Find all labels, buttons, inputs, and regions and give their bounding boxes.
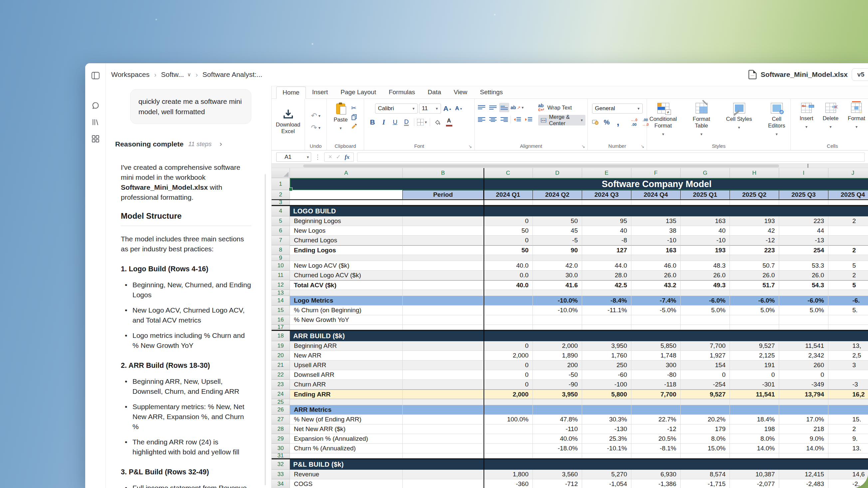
align-bottom-button[interactable] [499,103,509,112]
cell[interactable] [533,290,582,296]
cell[interactable] [290,290,403,296]
number-format-select[interactable]: General▾ [592,103,643,114]
cell[interactable] [484,444,533,453]
cell[interactable] [403,226,484,236]
cell[interactable]: Beginning ARR [290,341,403,351]
cell[interactable]: -90 [533,380,582,390]
cell[interactable]: 18.4% [730,415,779,424]
cell[interactable]: 0 [779,370,828,380]
align-center-button[interactable] [488,115,498,124]
cell[interactable]: 5.0% [779,306,828,315]
cell[interactable]: 9,527 [681,390,730,399]
cell[interactable] [403,306,484,315]
cell[interactable] [582,325,631,330]
row-header[interactable]: 2 [272,190,290,200]
row-header[interactable]: 27 [272,415,290,424]
tab-insert[interactable]: Insert [306,86,335,98]
cell[interactable] [681,453,730,458]
cell[interactable]: -10 [631,236,681,245]
cell[interactable]: 300 [631,361,681,370]
cell[interactable]: 2024 Q4 [631,190,681,200]
cell[interactable]: 1,760 [582,351,631,361]
cell[interactable]: 50.7 [730,261,779,271]
cell[interactable]: 2 [828,424,868,434]
library-icon[interactable] [90,117,101,128]
cell[interactable]: 0 [484,216,533,226]
cell[interactable]: 5 [828,261,868,271]
title-merged-cell[interactable]: Software Company Model [290,178,868,190]
expand-chevron-icon[interactable]: › [220,140,222,149]
cell[interactable]: New Logo ACV ($k) [290,261,403,271]
cell[interactable]: Churned Logos [290,236,403,245]
download-excel-button[interactable]: Download Excel [274,109,303,134]
cell[interactable]: -360 [484,479,533,488]
cell[interactable]: 8.0% [681,434,730,444]
cell[interactable] [484,453,533,458]
cell[interactable]: 198 [730,424,779,434]
cell[interactable]: 254 [779,245,828,255]
redo-icon[interactable]: ↷ [311,123,317,132]
cell[interactable]: 50 [533,216,582,226]
cell[interactable]: 6,930 [631,470,681,479]
cell[interactable]: -5.0% [631,306,681,315]
cell[interactable]: Churned Logo ACV ($k) [290,271,403,280]
cell[interactable] [484,200,533,205]
cell[interactable]: -8.1% [631,444,681,453]
cell[interactable] [403,200,484,205]
cell[interactable] [779,325,828,330]
row-header[interactable]: 18 [272,331,290,341]
cell[interactable] [779,405,828,415]
cell[interactable]: 7,700 [681,341,730,351]
column-header[interactable]: E [582,168,631,178]
cell[interactable] [582,405,631,415]
cell[interactable] [779,315,828,325]
column-header[interactable]: C [484,168,533,178]
row-header[interactable]: 29 [272,434,290,444]
version-button[interactable]: v5 [852,68,868,81]
breadcrumb-session-name[interactable]: Software Analyst:... [203,70,262,79]
cell[interactable]: 2024 Q2 [533,190,582,200]
cell[interactable]: -11.1% [582,306,631,315]
cell[interactable]: 51.7 [730,280,779,290]
cell[interactable]: -50 [533,370,582,380]
cell[interactable]: 9.0% [779,434,828,444]
wrap-text-button[interactable]: abc↵ Wrap Text [538,103,585,112]
cell[interactable] [779,290,828,296]
cell[interactable]: 44.0 [582,261,631,271]
font-size-select[interactable]: 11▾ [419,103,441,114]
cell[interactable] [484,434,533,444]
undo-icon[interactable]: ↶ [311,112,317,120]
cell[interactable]: -349 [779,380,828,390]
cell[interactable]: 30.0 [533,271,582,280]
cell[interactable] [582,200,631,205]
horizontal-scrollbar[interactable] [272,164,868,168]
cell[interactable] [828,236,868,245]
cell[interactable]: -18.0% [533,444,582,453]
cell[interactable]: 15. [828,415,868,424]
cell[interactable]: 11,541 [779,341,828,351]
cell[interactable] [779,255,828,261]
cell[interactable]: 14.0% [779,444,828,453]
row-header[interactable]: 14 [272,296,290,306]
cell[interactable] [533,255,582,261]
breadcrumb-caret-icon[interactable]: ∨ [187,71,191,78]
cell[interactable]: -10.1% [582,444,631,453]
cell[interactable]: New ARR [290,351,403,361]
cell[interactable]: -7.4% [631,296,681,306]
cell[interactable] [484,290,533,296]
cell[interactable]: 193 [681,245,730,255]
cell[interactable]: 9,527 [730,341,779,351]
cell[interactable]: 154 [681,361,730,370]
cell[interactable] [681,255,730,261]
cell[interactable]: -110 [533,424,582,434]
cell[interactable] [582,453,631,458]
cell[interactable]: 0 [484,380,533,390]
row-header[interactable]: 33 [272,470,290,479]
cell[interactable]: -712 [533,479,582,488]
cell[interactable] [582,399,631,405]
row-header[interactable]: 15 [272,306,290,315]
cell[interactable] [631,200,681,205]
cell[interactable]: 163 [631,245,681,255]
cell[interactable]: % New (of Ending ARR) [290,415,403,424]
cell[interactable]: -1,715 [681,479,730,488]
